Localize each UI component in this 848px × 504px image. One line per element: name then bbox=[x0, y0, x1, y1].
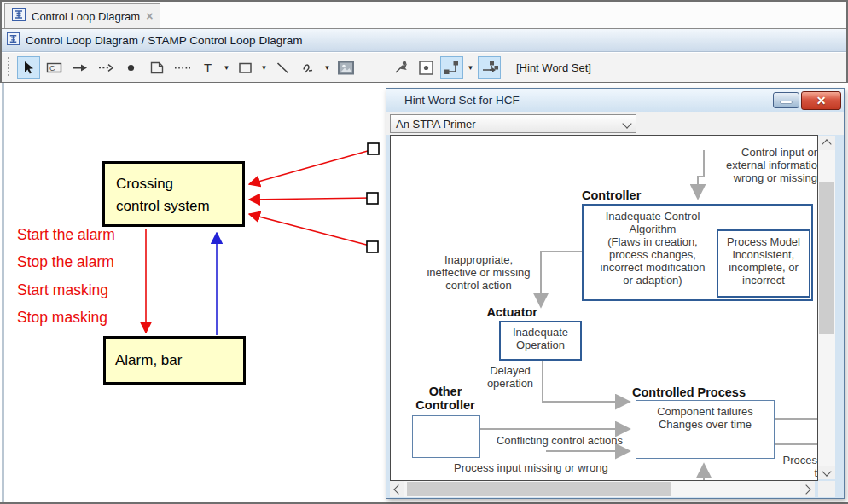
minimize-button[interactable] bbox=[773, 92, 799, 108]
scroll-right-button[interactable] bbox=[800, 481, 815, 497]
hint-dropdown-row: An STPA Primer bbox=[386, 112, 844, 135]
connector-tool-dropdown[interactable]: ▼ bbox=[466, 64, 475, 72]
dropdown-chevron-icon bbox=[622, 119, 631, 128]
dotted-line-tool-icon bbox=[173, 60, 192, 76]
hint-link-arrow-3[interactable] bbox=[249, 214, 373, 246]
tab-label: Control Loop Diagram bbox=[32, 10, 140, 23]
close-button[interactable]: ✕ bbox=[801, 91, 841, 110]
controlled-process-label: Controlled Process bbox=[632, 385, 746, 399]
component-tool-button[interactable]: C bbox=[43, 56, 66, 79]
line-tool-button[interactable] bbox=[271, 56, 294, 79]
connector-tool-icon bbox=[443, 59, 462, 77]
curve-tool-icon bbox=[300, 60, 317, 76]
chevron-left-icon bbox=[393, 484, 403, 494]
inadequate-operation-text: Inadequate Operation bbox=[500, 326, 581, 351]
process-input-note: Process input missing or wrong bbox=[454, 461, 608, 474]
note-tool-icon bbox=[148, 60, 166, 76]
hint-anchor-square-2[interactable] bbox=[367, 193, 378, 204]
anchor-tool-icon bbox=[417, 59, 435, 77]
controlled-process-text: Component failures Changes over time bbox=[636, 405, 774, 431]
diagram-app-icon bbox=[12, 8, 26, 25]
chevron-up-icon bbox=[822, 139, 831, 148]
controller-hint-text: Inadequate Control Algorithm (Flaws in c… bbox=[585, 210, 720, 287]
anchor-tool-button[interactable] bbox=[415, 56, 438, 79]
dot-tool-icon bbox=[123, 60, 139, 76]
hint-word-set-toolbar-label: [Hint Word Set] bbox=[516, 61, 591, 74]
component-tool-icon: C bbox=[45, 60, 63, 76]
diagram-app-icon-small bbox=[7, 32, 20, 48]
hint-word-set-window: Hint Word Set for HCF ✕ An STPA Primer bbox=[386, 88, 845, 499]
vertical-scroll-thumb[interactable] bbox=[819, 182, 834, 334]
select-tool-icon bbox=[20, 60, 37, 76]
hint-diagram-viewport[interactable]: Control input or external informatio wro… bbox=[390, 135, 818, 481]
app-window: Control Loop Diagram × Control Loop Diag… bbox=[0, 0, 848, 504]
hint-window-title: Hint Word Set for HCF bbox=[404, 94, 520, 107]
clipped-right-note: Proces t bbox=[766, 454, 817, 479]
controller-label: Controller bbox=[582, 188, 641, 202]
toolbar: C T ▼ ▼ ▼ bbox=[2, 53, 846, 83]
actuator-label: Actuator bbox=[473, 305, 537, 319]
dot-tool-button[interactable] bbox=[119, 56, 142, 79]
arrow-tool-button[interactable] bbox=[68, 56, 91, 79]
pin-tool-icon bbox=[392, 59, 409, 76]
rectangle-tool-dropdown[interactable]: ▼ bbox=[259, 64, 269, 72]
control-action-labels[interactable]: Start the alarm Stop the alarm Start mas… bbox=[17, 221, 115, 332]
image-tool-button[interactable] bbox=[334, 56, 357, 79]
tab-close-icon[interactable]: × bbox=[146, 10, 153, 22]
text-tool-icon: T bbox=[201, 60, 215, 76]
control-input-note: Control input or external informatio wro… bbox=[677, 146, 817, 184]
scrollbar-corner bbox=[818, 481, 835, 497]
hint-set-select[interactable]: An STPA Primer bbox=[390, 114, 636, 133]
process-model-text: Process Model inconsistent, incomplete, … bbox=[717, 235, 810, 287]
horizontal-scroll-thumb[interactable] bbox=[407, 482, 671, 496]
note-tool-button[interactable] bbox=[145, 56, 168, 79]
scroll-up-button[interactable] bbox=[818, 136, 835, 150]
breadcrumb: Control Loop Diagram / STAMP Control Loo… bbox=[26, 34, 302, 47]
hint-vertical-scrollbar[interactable] bbox=[818, 136, 835, 479]
dashed-arrow-tool-button[interactable] bbox=[94, 56, 117, 79]
tab-bar: Control Loop Diagram × bbox=[2, 2, 846, 29]
curve-tool-button[interactable] bbox=[297, 56, 320, 79]
connector-align-tool-icon bbox=[480, 59, 499, 77]
hint-link-arrow-1[interactable] bbox=[249, 149, 374, 184]
control-action-note: Inappropriate, ineffective or missing co… bbox=[416, 253, 541, 292]
scroll-down-button[interactable] bbox=[818, 466, 835, 479]
tab-control-loop-diagram[interactable]: Control Loop Diagram × bbox=[4, 3, 160, 28]
hint-anchor-square-3[interactable] bbox=[367, 241, 378, 252]
curve-tool-dropdown[interactable]: ▼ bbox=[322, 64, 332, 72]
hint-horizontal-scrollbar[interactable] bbox=[390, 481, 815, 497]
hint-set-selected-value: An STPA Primer bbox=[396, 118, 476, 130]
chevron-down-icon bbox=[822, 466, 831, 476]
connector-align-tool-button[interactable] bbox=[478, 56, 501, 79]
canvas-left-edge bbox=[2, 83, 4, 502]
connector-tool-button[interactable] bbox=[440, 56, 463, 79]
chevron-right-icon bbox=[801, 484, 810, 494]
controlled-process-node[interactable]: Alarm, bar bbox=[103, 336, 246, 385]
text-tool-dropdown[interactable]: ▼ bbox=[222, 64, 231, 72]
hint-anchor-square-1[interactable] bbox=[368, 143, 379, 154]
svg-text:T: T bbox=[204, 60, 212, 74]
other-controller-box[interactable] bbox=[412, 415, 480, 458]
image-tool-icon bbox=[337, 60, 355, 76]
toolbar-grip-handle[interactable] bbox=[7, 56, 11, 78]
dotted-line-tool-button[interactable] bbox=[171, 56, 194, 79]
scroll-left-button[interactable] bbox=[390, 481, 404, 497]
controller-node[interactable]: Crossing control system bbox=[102, 161, 245, 227]
text-tool-button[interactable]: T bbox=[196, 56, 219, 79]
rectangle-tool-icon bbox=[237, 60, 253, 76]
arrow-tool-icon bbox=[72, 60, 89, 76]
conflicting-actions-note: Conflicting control actions bbox=[483, 434, 636, 447]
other-controller-label: Other Controller bbox=[408, 385, 483, 412]
select-tool-button[interactable] bbox=[17, 56, 40, 79]
dashed-arrow-tool-icon bbox=[97, 60, 114, 76]
hint-link-arrow-2[interactable] bbox=[249, 198, 373, 200]
svg-text:C: C bbox=[49, 63, 55, 72]
breadcrumb-bar: Control Loop Diagram / STAMP Control Loo… bbox=[2, 29, 846, 52]
line-tool-icon bbox=[275, 60, 291, 76]
pin-tool-button[interactable] bbox=[389, 56, 412, 79]
minimize-icon bbox=[780, 101, 793, 104]
rectangle-tool-button[interactable] bbox=[234, 56, 257, 79]
delayed-operation-note: Delayed operation bbox=[476, 364, 544, 390]
